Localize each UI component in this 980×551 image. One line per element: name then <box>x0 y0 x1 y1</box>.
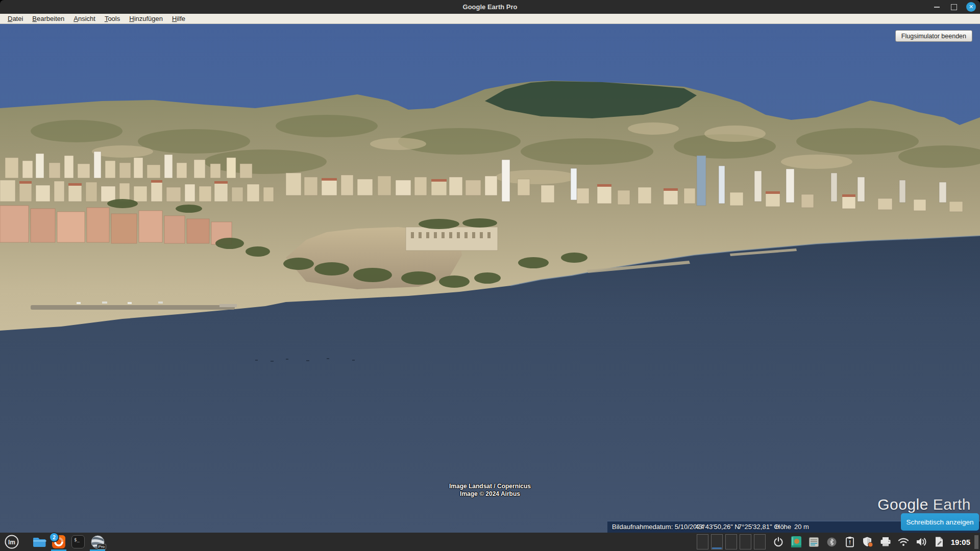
imagery-attribution: Image Landsat / Copernicus Image © 2024 … <box>0 483 980 498</box>
terminal-prompt-glyph: $_ <box>74 537 80 542</box>
clipboard-alert-icon: ! <box>845 536 854 547</box>
software-manager-tray-button[interactable] <box>791 536 802 548</box>
volume-tray-button[interactable] <box>916 536 927 548</box>
printer-icon <box>880 537 891 547</box>
window-list-item[interactable] <box>754 534 766 549</box>
firewall-tray-button[interactable] <box>862 536 873 548</box>
window-controls: ✕ <box>932 0 976 14</box>
window-list-item[interactable] <box>711 534 723 549</box>
logo-earth: Earth <box>933 496 971 513</box>
power-tray-button[interactable] <box>773 536 784 548</box>
google-earth-logo: Google Earth <box>877 496 971 513</box>
latitude-readout: 43°43'50,26" N <box>695 521 740 533</box>
power-icon <box>773 537 783 547</box>
menu-datei[interactable]: Datei <box>3 14 28 24</box>
maximize-button[interactable] <box>949 2 959 12</box>
attribution-line1: Image Landsat / Copernicus <box>0 483 980 490</box>
taskbar-clock[interactable]: 19:05 <box>951 538 970 546</box>
close-icon: ✕ <box>969 4 973 10</box>
menubar: Datei Bearbeiten Ansicht Tools Hinzufüge… <box>0 14 980 24</box>
earth-pro-badge: Pro <box>97 544 106 549</box>
system-tray: ! <box>773 536 945 548</box>
close-button[interactable]: ✕ <box>966 2 976 12</box>
taskbar: lm 2 $_ P <box>0 533 980 551</box>
window-titlebar: Google Earth Pro ✕ <box>0 0 980 14</box>
monaco-3d-scene <box>0 24 980 533</box>
maximize-icon <box>951 4 957 10</box>
document-edit-icon <box>934 536 944 547</box>
minimize-icon <box>934 7 940 8</box>
oceanographic-museum <box>406 227 498 251</box>
firefox-notification-badge: 2 <box>49 532 59 542</box>
firefox-launcher[interactable]: 2 <box>49 533 68 551</box>
menu-hinzufuegen[interactable]: Hinzufügen <box>125 14 167 24</box>
svg-text:lm: lm <box>8 539 15 546</box>
logo-google: Google <box>877 496 933 513</box>
show-desktop-overlay-button[interactable]: Schreibtisch anzeigen <box>901 513 979 531</box>
bluetooth-icon <box>827 537 837 547</box>
window-list-item[interactable] <box>740 534 751 549</box>
clipboard-tray-button[interactable]: ! <box>844 536 855 548</box>
printer-tray-button[interactable] <box>880 536 891 548</box>
menu-bearbeiten[interactable]: Bearbeiten <box>28 14 69 24</box>
menu-ansicht[interactable]: Ansicht <box>69 14 100 24</box>
file-manager-launcher[interactable] <box>30 533 49 551</box>
altitude-value: 20 m <box>794 521 809 533</box>
earth-3d-viewport[interactable]: Flugsimulator beenden Image Landsat / Co… <box>0 24 980 533</box>
terminal-launcher[interactable]: $_ <box>68 533 88 551</box>
speaker-icon <box>916 537 927 547</box>
terminal-icon: $_ <box>71 535 85 548</box>
show-desktop-button[interactable] <box>974 535 978 549</box>
teal-book-icon <box>791 536 802 548</box>
mint-logo-icon: lm <box>4 534 19 549</box>
shield-icon <box>862 536 873 547</box>
wifi-icon <box>898 537 909 546</box>
window-list-item[interactable] <box>697 534 708 549</box>
update-manager-tray-button[interactable] <box>934 536 945 548</box>
window-title: Google Earth Pro <box>0 0 980 14</box>
folder-icon <box>32 535 46 549</box>
mint-menu-button[interactable]: lm <box>2 533 21 551</box>
window-list-item[interactable] <box>725 534 737 549</box>
window-list <box>697 534 766 549</box>
altitude-label: Höhe <box>775 521 791 533</box>
longitude-readout: 7°25'32,81" O <box>738 521 779 533</box>
google-earth-taskbar-button[interactable]: Pro <box>88 533 107 551</box>
notes-icon <box>808 537 819 547</box>
bluetooth-tray-button[interactable] <box>826 536 838 548</box>
attribution-line2: Image © 2024 Airbus <box>0 490 980 498</box>
notes-tray-button[interactable] <box>808 536 820 548</box>
minimize-button[interactable] <box>932 2 942 12</box>
network-tray-button[interactable] <box>898 536 909 548</box>
menu-hilfe[interactable]: Hilfe <box>167 14 190 24</box>
exit-flight-simulator-button[interactable]: Flugsimulator beenden <box>895 30 972 42</box>
imagery-date: Bildaufnahmedatum: 5/10/2024 <box>612 521 704 533</box>
menu-tools[interactable]: Tools <box>100 14 125 24</box>
svg-text:!: ! <box>849 539 851 545</box>
